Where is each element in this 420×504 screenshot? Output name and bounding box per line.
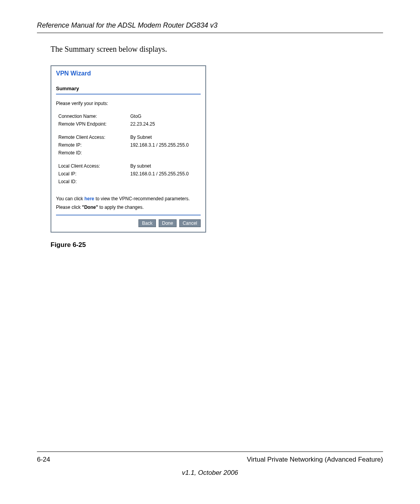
field-label: Local Client Access: — [58, 163, 130, 169]
wizard-footer-text: You can click here to view the VPNC-reco… — [56, 195, 201, 212]
page-header-title: Reference Manual for the ADSL Modem Rout… — [37, 21, 383, 30]
field-value: By Subnet — [130, 135, 201, 140]
intro-text: The Summary screen below displays. — [51, 45, 383, 54]
page-footer: 6-24 Virtual Private Networking (Advance… — [37, 452, 383, 477]
summary-heading: Summary — [56, 86, 201, 91]
field-label: Remote Client Access: — [58, 135, 130, 140]
section-title: Virtual Private Networking (Advanced Fea… — [247, 456, 383, 464]
field-label: Local ID: — [58, 179, 130, 184]
footer-note-prefix: You can click — [56, 196, 84, 201]
field-value — [130, 150, 201, 156]
page-number: 6-24 — [37, 456, 50, 464]
field-row: Remote Client Access: By Subnet — [56, 133, 201, 141]
back-button[interactable]: Back — [138, 219, 156, 227]
field-group-1: Connection Name: GtoG Remote VPN Endpoin… — [56, 112, 201, 128]
field-value: 192.168.0.1 / 255.255.255.0 — [130, 171, 201, 177]
button-row: Back Done Cancel — [56, 219, 201, 227]
header-rule — [37, 33, 383, 33]
field-value: By subnet — [130, 163, 201, 169]
field-label: Connection Name: — [58, 114, 130, 119]
divider — [56, 94, 201, 94]
field-label: Local IP: — [58, 171, 130, 177]
field-label: Remote ID: — [58, 150, 130, 156]
here-link[interactable]: here — [84, 196, 94, 201]
field-row: Connection Name: GtoG — [56, 112, 201, 120]
footer-version: v1.1, October 2006 — [37, 469, 383, 477]
field-value: 192.168.3.1 / 255.255.255.0 — [130, 142, 201, 148]
verify-text: Please verify your inputs: — [56, 101, 201, 106]
footer-rule — [37, 452, 383, 452]
vpn-wizard-panel: VPN Wizard Summary Please verify your in… — [51, 65, 206, 233]
field-row: Remote VPN Endpoint: 22.23.24.25 — [56, 120, 201, 128]
field-label: Remote VPN Endpoint: — [58, 121, 130, 127]
apply-note-suffix: to apply the changes. — [98, 205, 144, 210]
figure-caption: Figure 6-25 — [51, 241, 383, 249]
field-group-3: Local Client Access: By subnet Local IP:… — [56, 162, 201, 186]
cancel-button[interactable]: Cancel — [179, 219, 201, 227]
field-row: Local Client Access: By subnet — [56, 162, 201, 170]
field-group-2: Remote Client Access: By Subnet Remote I… — [56, 133, 201, 157]
field-value: GtoG — [130, 114, 201, 119]
field-value: 22.23.24.25 — [130, 121, 201, 127]
done-button[interactable]: Done — [159, 219, 177, 227]
field-row: Remote ID: — [56, 149, 201, 157]
wizard-title: VPN Wizard — [56, 70, 201, 77]
field-row: Remote IP: 192.168.3.1 / 255.255.255.0 — [56, 141, 201, 149]
field-label: Remote IP: — [58, 142, 130, 148]
field-row: Local IP: 192.168.0.1 / 255.255.255.0 — [56, 170, 201, 178]
field-value — [130, 179, 201, 184]
apply-note-prefix: Please click — [56, 205, 82, 210]
field-row: Local ID: — [56, 178, 201, 186]
divider — [56, 215, 201, 215]
apply-note-bold: "Done" — [82, 205, 98, 210]
footer-note-suffix: to view the VPNC-recommended parameters. — [94, 196, 189, 201]
